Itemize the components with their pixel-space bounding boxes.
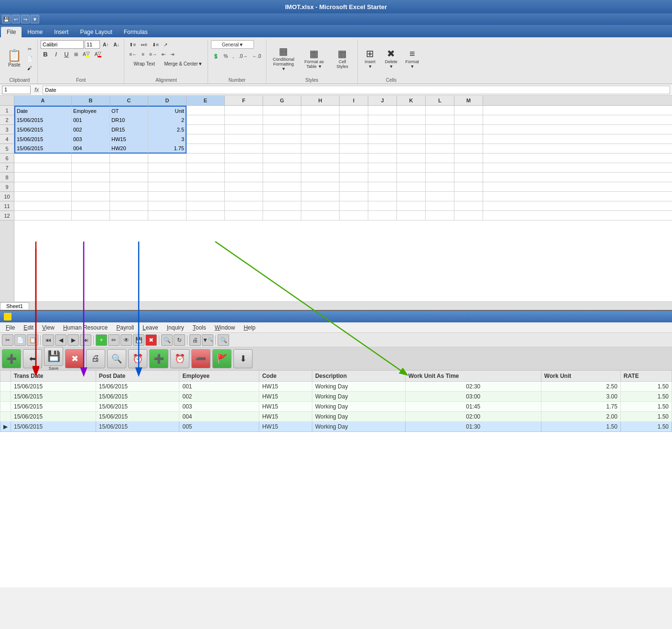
cell-k4[interactable] <box>397 134 426 144</box>
cell-m3[interactable] <box>454 125 483 134</box>
cell-b1[interactable]: Employee <box>72 106 110 115</box>
cell-c6[interactable] <box>110 154 148 163</box>
cell-l4[interactable] <box>426 134 454 144</box>
menu-help[interactable]: Help <box>240 323 259 332</box>
cell-i3[interactable] <box>340 125 368 134</box>
cell-f6[interactable] <box>225 154 263 163</box>
cell-i5[interactable] <box>340 144 368 154</box>
increase-decimal-btn[interactable]: .0→ <box>237 52 249 60</box>
tb2-print-btn[interactable]: 🖨 <box>86 349 105 368</box>
menu-human-resource[interactable]: Human Resource <box>59 323 111 332</box>
row-header-9[interactable]: 9 <box>0 182 14 192</box>
cell-a8[interactable] <box>14 173 72 182</box>
cell-e5[interactable] <box>187 144 225 154</box>
table-row[interactable]: ▶15/06/201515/06/2015005HW15Working Day0… <box>0 422 672 432</box>
qa-dropdown-btn[interactable]: ▼ <box>31 15 39 23</box>
cell-a5[interactable]: 15/06/2015 <box>14 144 72 154</box>
tb-prev-btn[interactable]: ◀ <box>55 334 66 346</box>
cell-h6[interactable] <box>301 154 340 163</box>
row-header-11[interactable]: 11 <box>0 201 14 211</box>
cell-d5[interactable]: 1.75 <box>148 144 187 154</box>
tb2-minus-btn[interactable]: ➖ <box>191 349 210 368</box>
menu-leave[interactable]: Leave <box>139 323 162 332</box>
cell-styles-btn[interactable]: ▦ Cell Styles <box>330 45 354 72</box>
col-header-f[interactable]: F <box>225 96 263 105</box>
col-header-i[interactable]: I <box>340 96 368 105</box>
cell-i4[interactable] <box>340 134 368 144</box>
cell-k2[interactable] <box>397 115 426 125</box>
cell-f1[interactable] <box>225 106 263 115</box>
col-header-e[interactable]: E <box>187 96 225 105</box>
table-row[interactable]: 15/06/201515/06/2015001HW15Working Day02… <box>0 382 672 392</box>
cell-g5[interactable] <box>263 144 301 154</box>
th-description[interactable]: Description <box>312 371 405 382</box>
tab-insert[interactable]: Insert <box>48 27 74 37</box>
row-header-1[interactable]: 1 <box>0 106 14 115</box>
row-header-4[interactable]: 4 <box>0 134 14 144</box>
cell-d3[interactable]: 2.5 <box>148 125 187 134</box>
menu-tools[interactable]: Tools <box>189 323 210 332</box>
tb-copy-btn[interactable]: 📄 <box>14 334 26 346</box>
cell-m5[interactable] <box>454 144 483 154</box>
cell-a1[interactable]: Date <box>14 106 72 115</box>
th-post-date[interactable]: Post Date <box>96 371 179 382</box>
tab-file[interactable]: File <box>1 27 22 37</box>
cell-j5[interactable] <box>368 144 397 154</box>
cell-c4[interactable]: HW15 <box>110 134 148 144</box>
delete-cells-btn[interactable]: ✖ Delete ▼ <box>382 45 401 72</box>
align-bottom-btn[interactable]: ⬇≡ <box>150 40 161 49</box>
cell-k1[interactable] <box>397 106 426 115</box>
copy-button[interactable]: 📄 <box>25 54 34 63</box>
cell-e1[interactable] <box>187 106 225 115</box>
row-header-3[interactable]: 3 <box>0 125 14 134</box>
tb-refresh-btn[interactable]: ↻ <box>174 334 185 346</box>
cell-g4[interactable] <box>263 134 301 144</box>
cell-c1[interactable]: OT <box>110 106 148 115</box>
row-header-6[interactable]: 6 <box>0 154 14 163</box>
cell-e2[interactable] <box>187 115 225 125</box>
menu-window[interactable]: Window <box>211 323 239 332</box>
cell-g1[interactable] <box>263 106 301 115</box>
row-header-8[interactable]: 8 <box>0 173 14 182</box>
cell-h4[interactable] <box>301 134 340 144</box>
tb2-clock2-btn[interactable]: ⏰ <box>170 349 189 368</box>
wrap-text-btn[interactable]: Wrap Text <box>127 59 161 68</box>
cell-h2[interactable] <box>301 115 340 125</box>
cell-g3[interactable] <box>263 125 301 134</box>
font-size-input[interactable] <box>85 40 100 49</box>
cell-j3[interactable] <box>368 125 397 134</box>
align-left-btn[interactable]: ≡← <box>127 50 139 58</box>
number-format-dropdown[interactable]: General ▼ <box>211 40 254 49</box>
tab-page-layout[interactable]: Page Layout <box>74 27 118 37</box>
cell-f5[interactable] <box>225 144 263 154</box>
align-right-btn[interactable]: ≡→ <box>147 50 159 58</box>
cell-a6[interactable] <box>14 154 72 163</box>
cell-h5[interactable] <box>301 144 340 154</box>
cell-d1[interactable]: Unit <box>148 106 187 115</box>
formula-input[interactable] <box>43 86 670 94</box>
format-cells-btn[interactable]: ≡ Format ▼ <box>403 45 422 72</box>
table-row[interactable]: 15/06/201515/06/2015002HW15Working Day03… <box>0 392 672 402</box>
tb-cancel-btn[interactable]: ✖ <box>145 334 157 346</box>
tb2-flag-btn[interactable]: 🚩 <box>212 349 231 368</box>
tb2-add2-btn[interactable]: ➕ <box>149 349 168 368</box>
tb2-back-btn[interactable]: ⬅ <box>23 349 42 368</box>
qa-undo-btn[interactable]: ↩ <box>11 15 20 23</box>
cell-a10[interactable] <box>14 192 72 201</box>
cell-i1[interactable] <box>340 106 368 115</box>
qa-redo-btn[interactable]: ↪ <box>21 15 30 23</box>
cell-l2[interactable] <box>426 115 454 125</box>
tb-add-btn[interactable]: + <box>96 334 107 346</box>
cell-m4[interactable] <box>454 134 483 144</box>
menu-payroll[interactable]: Payroll <box>112 323 138 332</box>
cell-a11[interactable] <box>14 201 72 211</box>
cell-c5[interactable]: HW20 <box>110 144 148 154</box>
increase-font-btn[interactable]: A↑ <box>101 40 110 49</box>
cell-j4[interactable] <box>368 134 397 144</box>
indent-decrease-btn[interactable]: ⇤ <box>160 50 167 58</box>
cell-k3[interactable] <box>397 125 426 134</box>
orientation-btn[interactable]: ↗ <box>162 40 169 49</box>
th-code[interactable]: Code <box>259 371 312 382</box>
tb2-download-btn[interactable]: ⬇ <box>233 349 253 368</box>
cell-e3[interactable] <box>187 125 225 134</box>
